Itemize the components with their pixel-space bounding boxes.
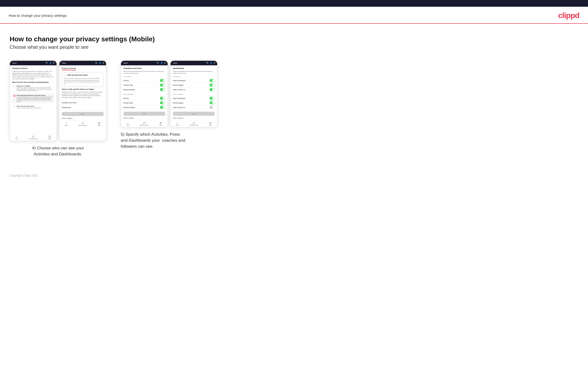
chart-icon-3: 📈 <box>143 122 146 124</box>
toggle-followers-rounds-switch[interactable] <box>160 97 165 100</box>
step5-phones: ‹ Back 🔍 👤 ⚙ Activities and Posts Select… <box>121 60 217 127</box>
settings-icon-2[interactable]: ⚙ <box>103 62 104 64</box>
overlay-text: Only you and the coaches you connect wit… <box>64 78 102 85</box>
option-everyone[interactable]: Everyone on Clippd Everyone on Clippd ca… <box>12 84 54 92</box>
search-icon[interactable]: 🔍 <box>46 62 48 64</box>
nav-menu-4[interactable]: ☰ Menu <box>209 122 212 126</box>
search-icon-4[interactable]: 🔍 <box>206 62 209 64</box>
activities-posts-link[interactable]: Activities and Posts › <box>62 100 104 105</box>
nav-home-4[interactable]: ⌂ Home <box>176 122 179 126</box>
who-can-see-title: Who Can See Your Activities and Dashboar… <box>12 81 54 83</box>
toggle-coaches-manual-switch[interactable] <box>160 88 165 91</box>
back-chevron-icon-4: ‹ <box>173 62 173 64</box>
chart-icon: 📈 <box>32 135 35 138</box>
phone1-topbar: ‹ Back 🔍 👤 ⚙ <box>10 61 57 65</box>
phone4-topbar: ‹ Back 🔍 👤 ⚙ <box>171 61 217 65</box>
privacy-controls-title: Privacy Controls <box>12 67 54 69</box>
phone2-bottom-nav: ⌂ Home 📈 My Performance ☰ Menu <box>59 120 106 127</box>
toggle-followers-what-to-work-switch[interactable]: .toggle-off::after { left: 1px; right: a… <box>209 106 215 109</box>
back-chevron-icon-3: ‹ <box>123 62 123 64</box>
option-you-coach[interactable]: Only You and Your Coach Only you and the… <box>12 104 54 109</box>
radio-followers-coach[interactable] <box>13 95 15 97</box>
copyright: Copyright Clippd 2022 <box>10 174 38 177</box>
page-title: How to change your privacy settings (Mob… <box>10 35 578 43</box>
save-button-3[interactable]: Save <box>123 112 165 116</box>
toggle-followers-round-insights: Round Insights <box>173 101 215 105</box>
toggle-followers-what-to-work: What To Work On .toggle-off::after { lef… <box>173 105 215 110</box>
phone3-back[interactable]: ‹ Back <box>123 62 128 64</box>
menu-icon-2: ☰ <box>98 122 100 125</box>
settings-icon-4[interactable]: ⚙ <box>214 62 215 64</box>
help-support-3: Help & Support <box>123 116 165 119</box>
breadcrumb: How to change your privacy settings <box>9 13 67 17</box>
toggle-followers-drills-switch[interactable] <box>160 101 165 104</box>
nav-performance-1[interactable]: 📈 My Performance <box>29 135 38 140</box>
phone2-icons: 🔍 👤 ⚙ <box>95 62 104 64</box>
nav-performance-3[interactable]: 📈 My Performance <box>140 122 149 126</box>
phone1-back[interactable]: ‹ Back <box>12 62 17 64</box>
nav-menu-2[interactable]: ☰ Menu <box>98 122 101 126</box>
search-icon-3[interactable]: 🔍 <box>157 62 159 64</box>
back-chevron-icon-2: ‹ <box>61 62 62 64</box>
toggle-coaches-rounds-switch[interactable] <box>160 79 165 82</box>
nav-home-1[interactable]: ⌂ Home <box>15 135 18 140</box>
people-icon-4[interactable]: 👤 <box>210 62 212 64</box>
search-icon-2[interactable]: 🔍 <box>95 62 98 64</box>
header: How to change your privacy settings clip… <box>0 7 588 24</box>
dashboards-link[interactable]: Dashboards › <box>62 105 104 110</box>
logo: clippd <box>558 11 579 20</box>
nav-menu-1[interactable]: ☰ Menu <box>48 135 52 140</box>
toggle-coaches-what-to-work-switch[interactable] <box>209 88 215 91</box>
toggle-coaches-drills: Practice Drills <box>123 83 165 87</box>
menu-icon-3: ☰ <box>160 122 162 124</box>
phone4-back[interactable]: ‹ Back <box>173 62 177 64</box>
phone3-icons: 🔍 👤 ⚙ <box>157 62 166 64</box>
home-icon: ⌂ <box>16 135 17 138</box>
phone1-icons: 🔍 👤 ⚙ <box>46 62 55 64</box>
people-icon-2[interactable]: 👤 <box>99 62 101 64</box>
help-support-2: Help & Support <box>62 116 104 119</box>
privacy-controls-tab[interactable]: Privacy Controls <box>62 67 76 70</box>
phone4-content: Dashboards Select the dashboards that yo… <box>171 65 217 119</box>
phone2-content: Privacy Controls Only You and Your Coach… <box>59 65 106 119</box>
show-hide-title: Show or hide specific features in Clippd <box>62 88 104 90</box>
step5-caption: 5) Specify which Activities, Postsand Da… <box>121 132 185 149</box>
radio-everyone[interactable] <box>13 85 15 87</box>
phone4-icons: 🔍 👤 ⚙ <box>206 62 215 64</box>
radio-small-icon <box>64 75 66 76</box>
radio-you-coach[interactable] <box>13 106 15 108</box>
phone3-bottom-nav: ⌂ Home 📈 My Performance ☰ Menu <box>121 120 168 127</box>
toggle-coaches-drills-switch[interactable] <box>160 83 165 86</box>
toggle-followers-player-dash-switch[interactable] <box>209 97 215 100</box>
nav-home-2[interactable]: ⌂ Home <box>65 122 68 126</box>
toggle-followers-manual: Manual Activities <box>123 105 165 110</box>
nav-performance-2[interactable]: 📈 My Performance <box>78 122 87 126</box>
back-chevron-icon: ‹ <box>12 62 12 64</box>
step4-caption: 4) Choose who can see yourActivities and… <box>32 145 84 157</box>
save-button-2[interactable]: Save <box>62 112 104 116</box>
nav-home-3[interactable]: ⌂ Home <box>126 122 129 126</box>
phone1-bottom-nav: ⌂ Home 📈 My Performance ☰ Menu <box>10 133 57 141</box>
settings-icon-3[interactable]: ⚙ <box>164 62 166 64</box>
toggle-followers-manual-switch[interactable] <box>160 106 165 109</box>
people-icon-3[interactable]: 👤 <box>160 62 163 64</box>
phone4-bottom-nav: ⌂ Home 📈 My Performance ☰ Menu <box>171 120 217 127</box>
nav-menu-3[interactable]: ☰ Menu <box>159 122 163 126</box>
show-hide-text: Regardless of the privacy controls that … <box>62 91 104 99</box>
toggle-coaches-round-insights-switch[interactable] <box>209 83 215 86</box>
toggle-followers-round-insights-switch[interactable] <box>209 101 215 104</box>
dashboards-title: Dashboards <box>173 67 215 69</box>
home-icon-2: ⌂ <box>66 122 67 125</box>
save-button-4[interactable]: Save <box>173 112 215 116</box>
coaches-header-4: COACHES <box>173 76 215 77</box>
option-followers-coach[interactable]: Only Approved Followers and Your Coach O… <box>12 94 54 103</box>
phone2-back[interactable]: ‹ Back <box>61 62 66 64</box>
phone1-content: Privacy Controls Control how you and you… <box>10 65 57 133</box>
toggle-coaches-what-to-work: What To Work On <box>173 87 215 92</box>
settings-icon[interactable]: ⚙ <box>53 62 55 64</box>
home-icon-4: ⌂ <box>177 122 178 124</box>
toggle-coaches-player-dash-switch[interactable] <box>209 79 215 82</box>
nav-performance-4[interactable]: 📈 My Performance <box>190 122 199 126</box>
people-icon[interactable]: 👤 <box>49 62 52 64</box>
arrow-icon-2: › <box>103 106 104 108</box>
